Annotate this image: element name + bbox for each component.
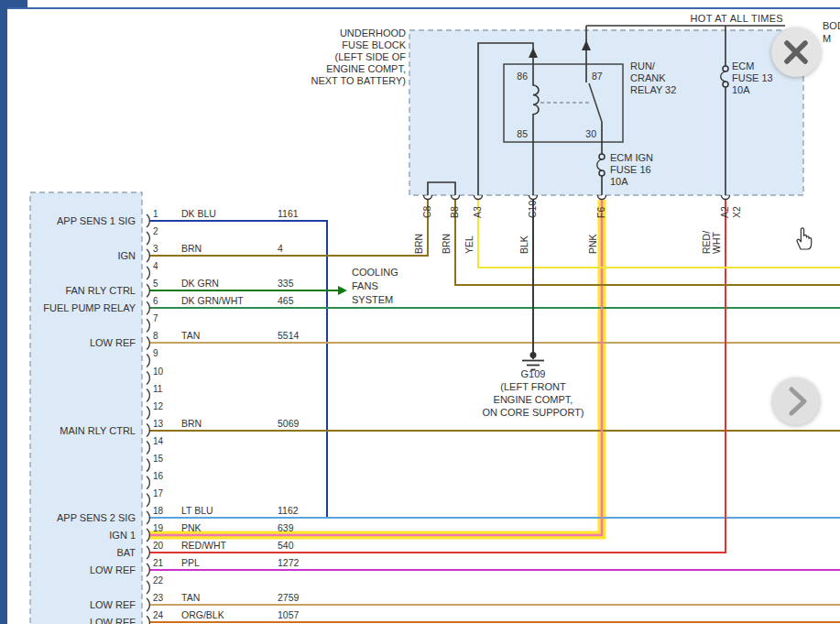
wire-red-wht-540[interactable] [149, 200, 725, 553]
wire-color-label: TAN [181, 592, 200, 603]
pin-terminal-17 [147, 494, 149, 507]
fuse-block-label: NEXT TO BATTERY) [311, 75, 406, 86]
pin-name-label: LOW REF [90, 564, 136, 575]
wire-brn-b8[interactable] [455, 200, 840, 285]
circuit-number-label: 465 [278, 295, 294, 306]
hot-at-all-times-label: HOT AT ALL TIMES [691, 13, 783, 24]
wire-color-label: PNK [181, 522, 202, 533]
wire-dk-blu-1161[interactable] [149, 221, 327, 518]
drop-terminal-label: B8 [449, 206, 460, 218]
ecm-ign-fuse-16-symbol [599, 170, 605, 176]
wire-color-label: BRN [181, 243, 202, 254]
pin-number: 19 [153, 523, 164, 533]
circuit-number-label: 2759 [278, 592, 300, 603]
relay-label: RUN/ [630, 60, 656, 71]
pin-number: 14 [153, 436, 164, 446]
pin-number: 1 [153, 209, 158, 219]
circuit-number-label: 1161 [278, 208, 299, 219]
pin-name-label: LOW REF [90, 617, 136, 624]
fuse-block-label: FUSE BLOCK [342, 39, 406, 50]
relay-label: RELAY 32 [630, 84, 676, 95]
drop-wire-color-label: WHT [711, 232, 722, 254]
pin-number: 10 [153, 367, 164, 377]
drop-terminal-label: A2 [719, 206, 730, 218]
pin-terminal-5 [147, 284, 149, 297]
pin-terminal-8 [147, 336, 149, 349]
cooling-fans-label: SYSTEM [352, 294, 393, 305]
circuit-number-label: 1162 [278, 505, 299, 516]
wire-color-label: TAN [181, 330, 200, 341]
circuit-number-label: 639 [278, 522, 294, 533]
pin-number: 5 [153, 279, 158, 289]
relay-terminal-87: 87 [592, 71, 603, 82]
pin-terminal-2 [147, 232, 149, 245]
relay-terminal-85: 85 [517, 128, 528, 139]
ecm-ign-fuse-16-label: ECM IGN [610, 152, 653, 163]
pin-number: 6 [153, 296, 158, 306]
pin-terminal-19 [147, 529, 149, 542]
pin-name-label: LOW REF [90, 337, 136, 348]
pin-terminal-3 [147, 249, 149, 262]
pin-terminal-1 [147, 214, 149, 227]
wire-color-label: DK GRN [181, 278, 219, 289]
pin-number: 7 [153, 313, 158, 323]
pin-number: 16 [153, 471, 164, 481]
pin-terminal-11 [147, 389, 149, 402]
pin-number: 24 [153, 610, 164, 620]
pin-name-label: BAT [116, 547, 136, 558]
g109-label: G109 [521, 368, 546, 379]
ecm-fuse-13-symbol [723, 66, 728, 71]
pin-terminal-6 [147, 301, 149, 314]
ecm-fuse-13-symbol [723, 82, 728, 87]
drop-wire-color-label: BLK [518, 235, 529, 254]
drop-terminal-label: C8 [421, 205, 432, 218]
ecm-ign-fuse-16-label: 10A [610, 176, 628, 187]
drop-wire-color-label: BRN [441, 234, 452, 254]
wire-color-label: RED/WHT [181, 540, 227, 551]
ecm-fuse-13-label: ECM [732, 60, 754, 71]
drop-terminal-label: A3 [472, 206, 483, 218]
pin-terminal-16 [147, 476, 149, 489]
circuit-number-label: 5514 [278, 330, 300, 341]
wire-color-label: DK GRN/WHT [181, 295, 244, 306]
pin-number: 3 [153, 244, 158, 254]
ground-symbol-g109 [522, 352, 544, 370]
pin-terminal-4 [147, 267, 149, 279]
wire-color-label: DK BLU [181, 208, 216, 219]
g109-label: (LEFT FRONT [500, 381, 566, 392]
ecm-ign-fuse-16-symbol [599, 154, 605, 159]
pin-terminal-21 [147, 564, 149, 576]
fuse-block-label: (LEFT SIDE OF [335, 51, 407, 62]
ground-dot [530, 352, 537, 358]
close-button[interactable] [771, 27, 821, 77]
wire-dk-grn-335-arrow [338, 286, 347, 295]
ecm-fuse-13-label: FUSE 13 [732, 72, 773, 83]
circuit-number-label: 5069 [278, 418, 300, 429]
pin-name-label: APP SENS 2 SIG [57, 512, 136, 523]
pin-number: 12 [153, 401, 164, 411]
pin-name-label: FAN RLY CTRL [65, 285, 136, 296]
fuse-block-label: ENGINE COMPT, [326, 63, 406, 74]
drop-wire-color-label: YEL [464, 235, 475, 254]
wire-color-label: PPL [181, 557, 200, 568]
relay-terminal-30: 30 [585, 128, 596, 139]
drop-terminal-label: F6 [595, 207, 606, 218]
circuit-number-label: 540 [278, 540, 294, 551]
pin-number: 17 [153, 488, 164, 498]
pin-number: 4 [153, 261, 158, 271]
ecm-ign-fuse-16-label: FUSE 16 [610, 164, 651, 175]
right-cutoff-label: BOD [823, 20, 840, 31]
close-icon [771, 27, 821, 77]
g109-label: ENGINE COMPT, [494, 394, 573, 405]
fuse-block-label: UNDERHOOD [340, 27, 406, 38]
pin-number: 23 [153, 593, 164, 603]
pin-name-label: LOW REF [90, 599, 136, 610]
pin-terminal-12 [147, 407, 149, 420]
pin-terminal-13 [147, 424, 149, 437]
generated-labels: C8BRNB8BRNA3YELC10BLKF6PNKA2X2RED/WHT1DK… [43, 195, 742, 624]
pin-terminal-9 [147, 354, 149, 367]
pin-number: 13 [153, 419, 164, 429]
next-page-button[interactable] [772, 378, 820, 425]
underhood-fuse-block-box [409, 30, 803, 195]
pin-name-label: IGN [117, 250, 136, 261]
